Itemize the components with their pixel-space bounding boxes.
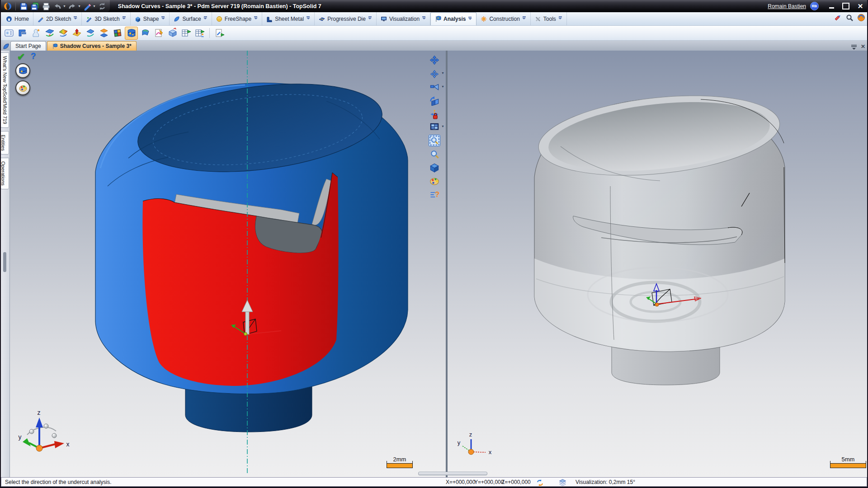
user-avatar-badge[interactable]: RB (810, 2, 819, 10)
horizontal-splitter-grip[interactable] (418, 472, 487, 475)
help-button[interactable]: ? (31, 51, 36, 61)
chevron-down-icon[interactable] (73, 16, 77, 21)
sidetab-entities[interactable]: Entities (0, 131, 9, 155)
chevron-down-icon[interactable] (558, 16, 562, 21)
bom-table-icon[interactable] (180, 27, 192, 39)
tab-surface[interactable]: Surface (170, 12, 212, 25)
area-measure-icon[interactable] (166, 27, 179, 39)
tab-construction[interactable]: Construction (476, 12, 530, 25)
chevron-down-icon[interactable] (468, 17, 472, 22)
minimize-button[interactable] (827, 3, 835, 10)
chevron-down-icon[interactable] (203, 16, 208, 21)
silhouette-check-icon[interactable] (30, 27, 42, 39)
undo-dropdown-icon[interactable]: ▼ (63, 5, 66, 8)
save-all-button[interactable] (30, 1, 40, 11)
help-options-button[interactable]: ? (429, 189, 440, 201)
user-account-link[interactable]: Romain Bastien (768, 3, 806, 9)
chevron-down-icon[interactable] (522, 16, 526, 21)
print-button[interactable] (41, 1, 51, 11)
redo-dropdown-icon[interactable]: ▼ (78, 5, 81, 8)
view-orientation-ball-button[interactable] (15, 63, 30, 78)
bom-table-user-icon[interactable] (193, 27, 206, 39)
zoom-button[interactable] (429, 148, 440, 160)
tab-shape[interactable]: Shape (131, 12, 170, 25)
viewport-right[interactable]: z y x 5mm (448, 51, 867, 477)
right-model-canvas[interactable]: z y x (448, 51, 867, 477)
shadow-curves-icon[interactable] (125, 27, 138, 40)
ribbon-corner-tools (834, 14, 865, 22)
customize-icon[interactable] (834, 14, 842, 22)
render-style-button[interactable] (429, 175, 440, 187)
scale-bar (830, 463, 866, 468)
tab-list-icon[interactable] (851, 43, 857, 49)
panel-collapse-grip[interactable] (3, 252, 6, 272)
search-icon[interactable] (845, 14, 854, 22)
tab-start-page[interactable]: Start Page (10, 41, 46, 51)
close-button[interactable]: ✕ (856, 3, 864, 10)
chevron-down-icon[interactable] (161, 16, 165, 21)
save-button[interactable] (19, 1, 28, 11)
tab-analysis[interactable]: Analysis (430, 12, 476, 25)
analysis-toolbar (0, 26, 868, 41)
pan-options-button[interactable] (429, 68, 440, 80)
parting-planes-icon[interactable] (98, 27, 110, 39)
tab-progressive-die[interactable]: Progressive Die (315, 12, 377, 25)
sidetab-operations[interactable]: Operations (0, 158, 9, 189)
draft-analysis-icon[interactable] (57, 27, 69, 39)
face-colors-icon[interactable] (111, 27, 123, 39)
maximize-button[interactable] (842, 3, 850, 10)
left-model-canvas[interactable]: z y x (10, 51, 446, 477)
tab-home[interactable]: Home (2, 12, 33, 25)
main-area: What's New TopSolid'Mold 719 Entities Op… (0, 51, 868, 477)
pan-cross-button[interactable] (429, 54, 440, 66)
curve-report-icon[interactable] (153, 27, 165, 39)
document-icon[interactable] (1, 42, 10, 50)
caliper-measure-icon[interactable] (16, 27, 28, 39)
chevron-down-icon[interactable] (422, 16, 426, 21)
topsolid-logo-icon[interactable] (3, 1, 13, 11)
tab-3d-sketch[interactable]: 3D Sketch (82, 12, 130, 25)
refresh-button[interactable] (97, 1, 107, 11)
document-report-icon[interactable] (213, 27, 226, 39)
curvature-analysis-icon[interactable] (43, 27, 56, 39)
chevron-down-icon[interactable]: ▼ (441, 85, 444, 88)
measure-window-icon[interactable] (3, 27, 15, 39)
redo-button[interactable] (67, 1, 77, 11)
chevron-down-icon[interactable] (306, 16, 310, 21)
title-bar: ▼ ▼ ▼ Shadow Curves - Sample 3* - Pdm Se… (0, 0, 868, 12)
tab-freeshape[interactable]: FreeShape (212, 12, 262, 25)
tab-2d-sketch[interactable]: 2D Sketch (33, 12, 82, 25)
validate-button[interactable]: ✔ (17, 52, 25, 62)
view-direction-button[interactable] (429, 82, 440, 94)
close-tab-icon[interactable]: ✕ (861, 43, 865, 50)
chevron-down-icon[interactable] (368, 16, 372, 21)
render-palette-ball-button[interactable] (15, 80, 30, 95)
zoom-window-button[interactable] (429, 135, 440, 146)
isometric-view-button[interactable] (429, 162, 440, 174)
viewport-layout-button[interactable] (429, 122, 440, 133)
edit-button[interactable] (82, 1, 92, 11)
chevron-down-icon[interactable]: ▼ (441, 71, 444, 75)
zebra-analysis-icon[interactable] (139, 27, 151, 39)
tab-visualization[interactable]: Visualization (377, 12, 430, 25)
chevron-down-icon[interactable] (122, 16, 126, 21)
tab-shadow-curves-document[interactable]: Shadow Curves - Sample 3* (47, 41, 137, 51)
sync-icon[interactable] (536, 479, 544, 487)
ribbon-tab-bar: Home 2D Sketch 3D Sketch Shape Surface F… (0, 12, 868, 26)
rotate-view-button[interactable] (429, 95, 440, 107)
help-icon[interactable] (857, 14, 865, 22)
edit-dropdown-icon[interactable]: ▼ (93, 5, 96, 8)
surface-curvature-icon[interactable] (84, 27, 96, 39)
tab-sheet-metal[interactable]: Sheet Metal (262, 12, 315, 25)
scale-indicator-left: 2mm (387, 456, 413, 468)
viewport-left[interactable]: z y x ✔ ? 2mm (10, 51, 446, 477)
layers-icon[interactable] (559, 479, 566, 487)
undercut-analysis-icon[interactable] (71, 27, 83, 39)
chevron-down-icon[interactable]: ▼ (441, 125, 444, 128)
sidetab-whats-new[interactable]: What's New TopSolid'Mold 719 (0, 52, 9, 128)
scale-bar (387, 463, 413, 468)
turntable-lock-button[interactable] (429, 108, 440, 120)
tab-tools[interactable]: Tools (531, 12, 567, 25)
undo-button[interactable] (52, 1, 62, 11)
chevron-down-icon[interactable] (254, 16, 258, 21)
